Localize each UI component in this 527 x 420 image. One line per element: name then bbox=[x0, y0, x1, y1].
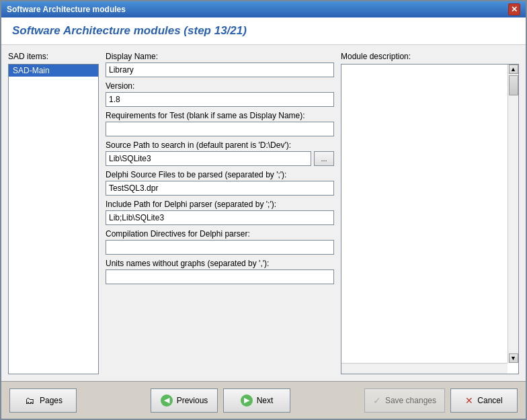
pages-button[interactable]: 🗂 Pages bbox=[9, 388, 77, 413]
scroll-up-btn[interactable]: ▲ bbox=[509, 65, 518, 74]
cancel-label: Cancel bbox=[477, 396, 502, 405]
cancel-icon: ✕ bbox=[465, 395, 473, 406]
content-area: SAD items: SAD-Main Display Name: Versio… bbox=[1, 45, 526, 381]
delphi-source-group: Delphi Source Files to be parsed (separa… bbox=[106, 170, 334, 196]
right-panel: Module description: ▲ ▼ bbox=[341, 52, 519, 374]
units-group: Units names without graphs (separated by… bbox=[106, 259, 334, 284]
compilation-label: Compilation Directives for Delphi parser… bbox=[106, 229, 334, 239]
module-desc-scrollbar-vertical[interactable]: ▲ ▼ bbox=[508, 65, 518, 363]
requirements-label: Requirements for Test (blank if same as … bbox=[106, 111, 334, 120]
requirements-group: Requirements for Test (blank if same as … bbox=[106, 111, 334, 136]
delphi-source-label: Delphi Source Files to be parsed (separa… bbox=[106, 170, 334, 179]
source-path-input[interactable] bbox=[106, 151, 311, 166]
close-button[interactable]: ✕ bbox=[508, 3, 520, 15]
module-desc-box[interactable]: ▲ ▼ bbox=[341, 64, 519, 374]
footer: 🗂 Pages ◀ Previous ▶ Next ✓ Save changes… bbox=[1, 381, 526, 419]
compilation-input[interactable] bbox=[106, 240, 334, 255]
nav-buttons: ◀ Previous ▶ Next bbox=[151, 388, 290, 413]
sad-item-sad-main[interactable]: SAD-Main bbox=[9, 65, 98, 77]
next-icon: ▶ bbox=[241, 394, 253, 407]
scroll-thumb-vertical[interactable] bbox=[509, 75, 518, 95]
action-buttons: ✓ Save changes ✕ Cancel bbox=[364, 388, 518, 413]
version-group: Version: bbox=[106, 81, 334, 107]
sad-items-list[interactable]: SAD-Main bbox=[8, 64, 99, 374]
previous-icon: ◀ bbox=[161, 394, 173, 407]
compilation-group: Compilation Directives for Delphi parser… bbox=[106, 229, 334, 255]
save-label: Save changes bbox=[385, 396, 436, 405]
previous-label: Previous bbox=[177, 396, 208, 405]
include-path-label: Include Path for Delphi parser (separate… bbox=[106, 200, 334, 209]
previous-button[interactable]: ◀ Previous bbox=[151, 388, 218, 413]
pages-icon: 🗂 bbox=[24, 394, 36, 407]
sad-items-label: SAD items: bbox=[8, 52, 99, 61]
display-name-group: Display Name: bbox=[106, 52, 334, 77]
display-name-input[interactable] bbox=[106, 62, 334, 77]
include-path-group: Include Path for Delphi parser (separate… bbox=[106, 200, 334, 225]
middle-panel: Display Name: Version: Requirements for … bbox=[106, 52, 334, 374]
left-panel: SAD items: SAD-Main bbox=[8, 52, 99, 374]
source-path-label: Source Path to search in (default parent… bbox=[106, 140, 334, 150]
units-label: Units names without graphs (separated by… bbox=[106, 259, 334, 268]
source-path-group: Source Path to search in (default parent… bbox=[106, 140, 334, 166]
next-label: Next bbox=[257, 396, 274, 405]
cancel-button[interactable]: ✕ Cancel bbox=[450, 388, 518, 413]
version-input[interactable] bbox=[106, 92, 334, 107]
title-bar-text: Software Architecture modules bbox=[7, 5, 126, 14]
main-title: Software Architecture modules (step 13/2… bbox=[1, 17, 526, 45]
version-label: Version: bbox=[106, 81, 334, 91]
pages-label: Pages bbox=[40, 396, 63, 405]
main-window: Software Architecture modules ✕ Software… bbox=[0, 0, 527, 420]
delphi-source-input[interactable] bbox=[106, 181, 334, 196]
browse-button[interactable]: ... bbox=[314, 151, 334, 166]
requirements-input[interactable] bbox=[106, 122, 334, 136]
next-button[interactable]: ▶ Next bbox=[223, 388, 290, 413]
module-desc-scrollbar-horizontal[interactable] bbox=[341, 363, 508, 374]
scroll-down-btn[interactable]: ▼ bbox=[509, 353, 518, 363]
units-input[interactable] bbox=[106, 269, 334, 284]
title-bar: Software Architecture modules ✕ bbox=[1, 1, 526, 17]
save-button[interactable]: ✓ Save changes bbox=[364, 388, 445, 413]
save-icon: ✓ bbox=[373, 395, 381, 406]
module-desc-label: Module description: bbox=[341, 52, 519, 61]
include-path-input[interactable] bbox=[106, 210, 334, 225]
browse-label: ... bbox=[321, 155, 327, 163]
display-name-label: Display Name: bbox=[106, 52, 334, 61]
source-path-row: ... bbox=[106, 151, 334, 166]
